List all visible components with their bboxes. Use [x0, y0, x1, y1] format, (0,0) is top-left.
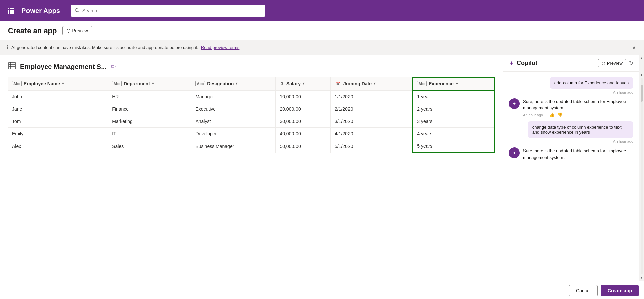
- grid-menu-icon[interactable]: [5, 5, 16, 16]
- col-label: Salary: [286, 81, 301, 86]
- top-navigation: Power Apps: [0, 0, 644, 21]
- svg-rect-11: [9, 62, 15, 69]
- table-row: Emily IT Developer 40,000.00 4/1/2020 4 …: [8, 128, 495, 140]
- col-header-salary[interactable]: $ Salary ▾: [276, 77, 331, 90]
- page-title: Create an app: [8, 26, 57, 35]
- scroll-down-icon[interactable]: ▼: [640, 276, 643, 279]
- table-area: Employee Management S... ✏ Abc Employee …: [0, 55, 503, 299]
- table-row: John HR Manager 10,000.00 1/1/2020 1 yea…: [8, 90, 495, 103]
- copilot-messages: add column for Experience and leaves An …: [503, 72, 639, 281]
- svg-rect-2: [12, 8, 14, 9]
- message-timestamp: An hour ago: [613, 139, 633, 143]
- collapse-icon[interactable]: ∨: [631, 43, 637, 52]
- cell-department: Finance: [108, 103, 191, 115]
- col-header-employee-name[interactable]: Abc Employee Name ▾: [8, 77, 108, 90]
- cell-department: Sales: [108, 140, 191, 153]
- thumbs-down-icon[interactable]: 👎: [557, 112, 563, 117]
- cell-department: IT: [108, 128, 191, 140]
- cell-joining-date: 4/1/2020: [330, 128, 413, 140]
- bot-message-1: ✦ Sure, here is the updated table schema…: [509, 98, 633, 117]
- main-layout: Employee Management S... ✏ Abc Employee …: [0, 55, 644, 299]
- cancel-button[interactable]: Cancel: [569, 285, 598, 296]
- cell-salary: 30,000.00: [276, 115, 331, 128]
- cell-joining-date: 3/1/2020: [330, 115, 413, 128]
- info-icon: ℹ: [7, 44, 9, 51]
- cell-designation: Developer: [191, 128, 276, 140]
- chevron-down-icon: ▾: [374, 81, 376, 86]
- cell-salary: 10,000.00: [276, 90, 331, 103]
- cell-employee-name: Alex: [8, 140, 108, 153]
- info-message: AI-generated content can have mistakes. …: [11, 45, 198, 50]
- copilot-preview-button[interactable]: ⬡ Preview: [598, 59, 626, 67]
- cell-experience: 3 years: [413, 115, 495, 128]
- bot-message-text: Sure, here is the updated table schema f…: [523, 148, 626, 160]
- chevron-down-icon: ▾: [236, 81, 238, 86]
- col-header-designation[interactable]: Abc Designation ▾: [191, 77, 276, 90]
- col-label: Joining Date: [343, 81, 372, 86]
- table-row: Tom Marketing Analyst 30,000.00 3/1/2020…: [8, 115, 495, 128]
- cell-joining-date: 2/1/2020: [330, 103, 413, 115]
- col-type-date: 📅: [335, 81, 341, 86]
- scrollbar: ▲ ▼: [639, 72, 644, 281]
- employee-table: Abc Employee Name ▾ Abc Department ▾: [8, 77, 495, 153]
- copilot-header: ✦ Copilot ⬡ Preview ↻: [503, 55, 639, 72]
- cell-designation: Manager: [191, 90, 276, 103]
- chevron-down-icon: ▾: [152, 81, 154, 86]
- user-message-bubble: add column for Experience and leaves: [550, 77, 633, 89]
- user-message-text: add column for Experience and leaves: [554, 80, 629, 85]
- chevron-down-icon: ▾: [62, 81, 64, 86]
- cell-experience: 2 years: [413, 103, 495, 115]
- sub-header: Create an app ⬡ Preview: [0, 21, 644, 40]
- bot-message-content: Sure, here is the updated table schema f…: [523, 147, 633, 160]
- cell-department: Marketing: [108, 115, 191, 128]
- cell-employee-name: Jane: [8, 103, 108, 115]
- cell-joining-date: 1/1/2020: [330, 90, 413, 103]
- cell-salary: 40,000.00: [276, 128, 331, 140]
- cell-salary: 50,000.00: [276, 140, 331, 153]
- col-type-abc: Abc: [12, 81, 22, 86]
- col-label: Employee Name: [24, 81, 60, 86]
- message-time-row: An hour ago | 👍 👎: [523, 112, 633, 117]
- cell-experience: 1 year: [413, 90, 495, 103]
- scroll-thumb: [641, 85, 643, 102]
- cell-designation: Business Manager: [191, 140, 276, 153]
- scroll-up-arrow-icon[interactable]: ▲: [640, 56, 643, 60]
- table-title-row: Employee Management S... ✏: [8, 62, 495, 72]
- scroll-up-icon[interactable]: ▲: [640, 73, 643, 77]
- refresh-icon[interactable]: ↻: [629, 60, 633, 66]
- cell-experience: 5 years: [413, 140, 495, 153]
- svg-rect-5: [12, 10, 14, 12]
- search-input[interactable]: [82, 8, 261, 13]
- cell-employee-name: Emily: [8, 128, 108, 140]
- search-bar[interactable]: [71, 5, 265, 17]
- col-header-experience[interactable]: Abc Experience ▾: [413, 77, 495, 90]
- user-message-1: add column for Experience and leaves An …: [509, 77, 633, 94]
- app-title: Power Apps: [21, 7, 60, 15]
- svg-rect-1: [10, 8, 12, 9]
- search-icon: [75, 8, 79, 14]
- preview-button[interactable]: ⬡ Preview: [62, 26, 92, 35]
- info-bar: ℹ AI-generated content can have mistakes…: [0, 40, 644, 55]
- preview-label: Preview: [72, 28, 88, 33]
- user-message-text: change data type of column experience to…: [532, 125, 622, 135]
- user-message-bubble: change data type of column experience to…: [528, 121, 633, 138]
- table-title: Employee Management S...: [20, 63, 107, 71]
- svg-line-10: [78, 11, 79, 12]
- col-header-department[interactable]: Abc Department ▾: [108, 77, 191, 90]
- create-app-button[interactable]: Create app: [601, 285, 639, 296]
- bot-avatar-icon: ✦: [512, 101, 516, 106]
- col-label: Department: [124, 81, 150, 86]
- copilot-panel: ✦ Copilot ⬡ Preview ↻ ▲ add col: [503, 55, 644, 299]
- col-label: Experience: [429, 81, 454, 86]
- edit-icon[interactable]: ✏: [111, 63, 116, 70]
- bot-message-content: Sure, here is the updated table schema f…: [523, 98, 633, 117]
- bot-message-text: Sure, here is the updated table schema f…: [523, 99, 626, 110]
- preview-terms-link[interactable]: Read preview terms: [201, 45, 240, 50]
- thumbs-up-icon[interactable]: 👍: [549, 112, 555, 117]
- cell-joining-date: 5/1/2020: [330, 140, 413, 153]
- col-header-joining-date[interactable]: 📅 Joining Date ▾: [330, 77, 413, 90]
- timestamp-label: An hour ago: [523, 113, 543, 117]
- cell-department: HR: [108, 90, 191, 103]
- copilot-footer: Cancel Create app: [503, 281, 644, 299]
- bot-avatar: ✦: [509, 98, 520, 109]
